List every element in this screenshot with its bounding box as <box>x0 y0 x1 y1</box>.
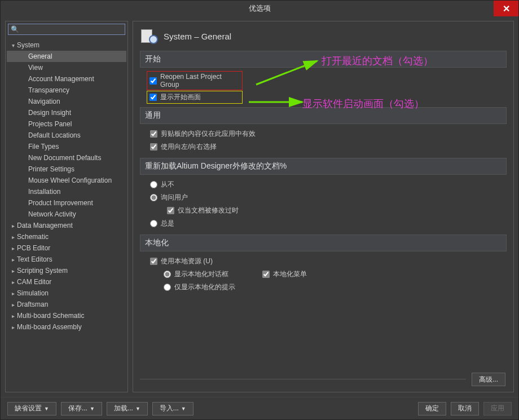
ok-label: 确定 <box>425 404 439 413</box>
reload-ask-label: 询问用户 <box>161 193 188 202</box>
local-menu-label: 本地化菜单 <box>273 269 307 279</box>
close-icon: ✕ <box>503 3 510 14</box>
tree-scripting[interactable]: ▸Scripting System <box>7 265 126 276</box>
tree-label: Design Insight <box>28 109 71 117</box>
tree-cam-editor[interactable]: ▸CAM Editor <box>7 276 126 288</box>
tree-system[interactable]: ▾ System <box>7 39 126 51</box>
tree-label: Scripting System <box>17 267 68 275</box>
local-menu-checkbox[interactable] <box>262 271 270 278</box>
show-start-option[interactable]: 显示开始画面 <box>147 91 243 104</box>
show-dialog-option[interactable]: 显示本地化对话框 <box>164 268 228 281</box>
tree-system-product-improvement[interactable]: Product Improvement <box>7 197 126 209</box>
section-reload: 重新加载Altium Designer外修改的文档% <box>140 158 507 175</box>
chevron-right-icon: ▸ <box>9 279 17 285</box>
apply-button[interactable]: 应用 <box>483 402 512 415</box>
use-local-checkbox[interactable] <box>150 258 157 265</box>
leftright-checkbox[interactable] <box>150 143 157 151</box>
chevron-down-icon: ▼ <box>135 406 140 412</box>
clipboard-option[interactable]: 剪贴板的内容仅在此应用中有效 <box>140 127 507 140</box>
tree-label: New Document Defaults <box>28 154 101 162</box>
tree-simulation[interactable]: ▸Simulation <box>7 288 126 299</box>
show-start-checkbox[interactable] <box>149 94 157 101</box>
tree-system-installation[interactable]: Installation <box>7 186 126 197</box>
tree-schematic[interactable]: ▸Schematic <box>7 231 126 242</box>
reload-always[interactable]: 总是 <box>140 217 507 230</box>
reload-ask-radio[interactable] <box>150 194 157 201</box>
ok-button[interactable]: 确定 <box>418 402 446 415</box>
tree-pcb-editor[interactable]: ▸PCB Editor <box>7 242 126 254</box>
tree-label: Multi-board Assembly <box>17 323 82 331</box>
defaults-button[interactable]: 缺省设置 ▼ <box>7 402 56 415</box>
only-hint-radio[interactable] <box>164 284 171 291</box>
tree-label: Multi-board Schematic <box>17 312 84 320</box>
reload-never-radio[interactable] <box>150 181 157 188</box>
tree-data-management[interactable]: ▸Data Management <box>7 220 126 231</box>
chevron-down-icon: ▼ <box>44 406 49 412</box>
close-button[interactable]: ✕ <box>494 1 518 16</box>
tree-system-navigation[interactable]: Navigation <box>7 96 126 107</box>
reload-only-modified-checkbox[interactable] <box>167 207 174 214</box>
tree-system-view[interactable]: View <box>7 62 126 73</box>
tree-multi-board-asm[interactable]: ▸Multi-board Assembly <box>7 321 126 333</box>
advanced-button[interactable]: 高级... <box>472 373 505 386</box>
clipboard-checkbox[interactable] <box>150 130 157 138</box>
only-hint-option[interactable]: 仅显示本地化的提示 <box>140 281 507 294</box>
reload-never[interactable]: 从不 <box>140 178 507 191</box>
tree-system-projects[interactable]: Projects Panel <box>7 118 126 130</box>
load-button[interactable]: 加载... ▼ <box>107 402 148 415</box>
reopen-last-label: Reopen Last Project Group <box>160 73 240 89</box>
tree-system-general[interactable]: General <box>7 51 126 62</box>
tree-label: Transparency <box>28 86 69 94</box>
show-dialog-radio[interactable] <box>164 271 171 278</box>
chevron-right-icon: ▸ <box>9 290 17 297</box>
tree-system-new-doc[interactable]: New Document Defaults <box>7 152 126 163</box>
chevron-right-icon: ▸ <box>9 302 17 308</box>
tree-system-default-locations[interactable]: Default Locations <box>7 130 126 141</box>
leftright-option[interactable]: 使用向左/向右选择 <box>140 140 507 153</box>
tree-label: Draftsman <box>17 300 48 308</box>
tree-system-account[interactable]: Account Management <box>7 73 126 85</box>
window-title: 优选项 <box>249 3 271 14</box>
local-menu-option[interactable]: 本地化菜单 <box>262 268 307 281</box>
tree-label: Simulation <box>17 289 49 297</box>
only-hint-label: 仅显示本地化的提示 <box>174 282 235 292</box>
tree-draftsman[interactable]: ▸Draftsman <box>7 299 126 310</box>
page-icon <box>140 29 158 43</box>
local-subgroup: 显示本地化对话框 本地化菜单 <box>140 268 507 281</box>
save-button[interactable]: 保存... ▼ <box>61 402 102 415</box>
chevron-right-icon: ▸ <box>9 268 17 274</box>
chevron-right-icon: ▸ <box>9 223 17 229</box>
chevron-right-icon: ▸ <box>9 245 17 251</box>
cancel-button[interactable]: 取消 <box>451 402 479 415</box>
import-button[interactable]: 导入... ▼ <box>152 402 193 415</box>
advanced-label: 高级... <box>479 375 498 384</box>
use-local-option[interactable]: 使用本地资源 (U) <box>140 255 507 268</box>
tree-system-mousewheel[interactable]: Mouse Wheel Configuration <box>7 175 126 186</box>
tree-system-printer[interactable]: Printer Settings <box>7 163 126 175</box>
reload-always-radio[interactable] <box>150 220 157 227</box>
left-panel: 🔍 ▾ System General View Account Manageme… <box>5 21 128 392</box>
tree-system-design-insight[interactable]: Design Insight <box>7 107 126 118</box>
reload-always-label: 总是 <box>161 219 174 228</box>
reload-ask[interactable]: 询问用户 <box>140 191 507 204</box>
chevron-down-icon: ▼ <box>181 406 186 412</box>
chevron-right-icon: ▸ <box>9 324 17 330</box>
reload-only-modified[interactable]: 仅当文档被修改过时 <box>140 204 507 217</box>
tree-label: System <box>17 41 39 49</box>
section-general: 通用 <box>140 107 507 124</box>
tree-system-transparency[interactable]: Transparency <box>7 85 126 96</box>
reload-only-modified-label: 仅当文档被修改过时 <box>178 206 239 215</box>
tree-system-network[interactable]: Network Activity <box>7 209 126 220</box>
reopen-last-option[interactable]: Reopen Last Project Group <box>147 71 243 90</box>
chevron-right-icon: ▸ <box>9 313 17 319</box>
advanced-row: 高级... <box>140 367 507 390</box>
content-panel: System – General 打开最近的文档（勾选） 显示软件启动画面（勾选… <box>133 21 514 392</box>
tree-system-file-types[interactable]: File Types <box>7 141 126 152</box>
search-box[interactable]: 🔍 <box>8 24 125 35</box>
tree-multi-board-sch[interactable]: ▸Multi-board Schematic <box>7 310 126 321</box>
nav-tree: ▾ System General View Account Management… <box>6 37 127 392</box>
tree-text-editors[interactable]: ▸Text Editors <box>7 254 126 265</box>
page-title: System – General <box>164 32 231 41</box>
search-input[interactable] <box>19 25 122 33</box>
reopen-last-checkbox[interactable] <box>149 77 157 85</box>
